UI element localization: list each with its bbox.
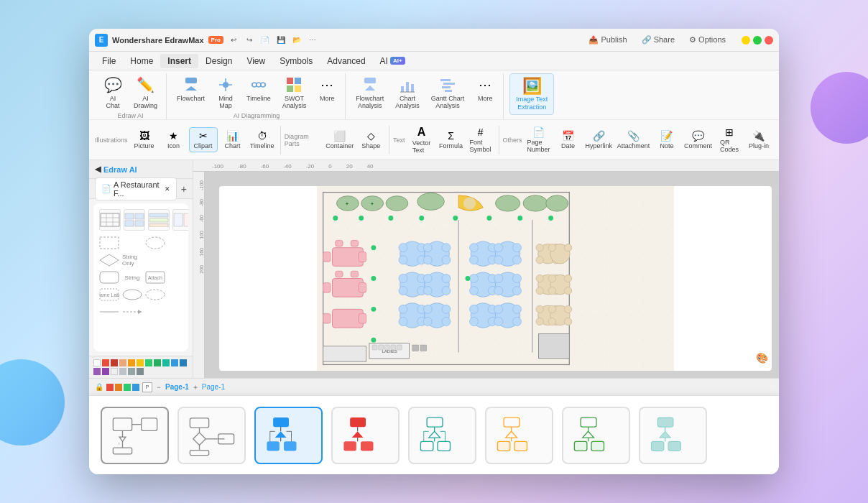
flowchart-tool[interactable]: Flowchart (172, 73, 209, 105)
minimize-button[interactable] (742, 36, 750, 45)
color-gray1[interactable] (119, 368, 126, 375)
close-button[interactable] (765, 36, 773, 45)
shape-tool[interactable]: ◇ Shape (356, 128, 385, 152)
list-shape[interactable] (148, 209, 170, 231)
diamond-shape[interactable] (99, 254, 119, 267)
color-blue1[interactable] (171, 359, 178, 366)
chart-tool[interactable]: 📊 Chart (218, 128, 247, 152)
comment-tool[interactable]: 💬 Comment (682, 128, 714, 152)
ai-drawing-tool[interactable]: ✏️ AIDrawing (129, 73, 162, 112)
menu-design[interactable]: Design (198, 54, 239, 68)
timeline-tool[interactable]: Timeline (242, 73, 275, 105)
rect-shape1[interactable] (99, 236, 119, 249)
menu-advanced[interactable]: Advanced (320, 54, 372, 68)
more-diagramming-tool[interactable]: ⋯ More (313, 73, 341, 105)
flow-template-yellow[interactable] (485, 407, 553, 464)
open-button[interactable]: 📂 (291, 34, 303, 46)
menu-insert[interactable]: Insert (160, 54, 198, 68)
color-orange2[interactable] (128, 359, 135, 366)
swatch3[interactable] (124, 384, 131, 391)
font-symbol-tool[interactable]: # FontSymbol (466, 124, 495, 155)
close-tab-icon[interactable]: ✕ (165, 185, 170, 193)
color-teal[interactable] (162, 359, 170, 366)
canvas-content[interactable]: ✦ ✦ (205, 172, 779, 378)
publish-button[interactable]: 📤 Publish (584, 34, 631, 46)
color-green2[interactable] (154, 359, 161, 366)
menu-symbols[interactable]: Symbols (272, 54, 320, 68)
formula-tool[interactable]: Σ Formula (437, 128, 466, 152)
timeline-tool2[interactable]: ⏱ Timeline (248, 128, 277, 152)
card-shape[interactable] (172, 209, 188, 231)
attachment-tool[interactable]: 📎 Attachment (615, 128, 652, 152)
color-red1[interactable] (102, 359, 109, 366)
swatch4[interactable] (132, 384, 139, 391)
mind-map-tool[interactable]: MindMap (212, 73, 239, 112)
undo-button[interactable]: ↩ (228, 34, 239, 46)
table-shape[interactable] (99, 209, 121, 231)
new-file-button[interactable]: 📄 (259, 34, 271, 46)
swatch2[interactable] (115, 384, 122, 391)
redo-button[interactable]: ↪ (244, 34, 255, 46)
color-blue2[interactable] (180, 359, 187, 366)
page-thumb[interactable]: P (142, 382, 152, 392)
menu-view[interactable]: View (239, 54, 272, 68)
flow-template-basic[interactable]: ▽ (101, 407, 169, 464)
menu-file[interactable]: File (95, 54, 123, 68)
color-gray2[interactable] (128, 368, 135, 375)
flow-template-teal[interactable] (408, 407, 476, 464)
clipart-tool[interactable]: ✂ Clipart (189, 127, 218, 152)
arrow-shape[interactable] (122, 305, 142, 318)
collapse-icon[interactable]: ◀ (95, 165, 101, 174)
more-toolbar-button[interactable]: ⋯ (307, 34, 318, 46)
page-label1[interactable]: Page-1 (165, 383, 189, 391)
note-tool[interactable]: 📝 Note (652, 128, 681, 152)
options-button[interactable]: ⚙ Options (685, 34, 730, 46)
flowchart-analysis-tool[interactable]: FlowchartAnalysis (351, 73, 388, 112)
menu-home[interactable]: Home (123, 54, 160, 68)
plug-in-tool[interactable]: 🔌 Plug-in (744, 128, 773, 152)
page-label2[interactable]: Page-1 (202, 383, 225, 391)
add-tab-button[interactable]: + (181, 183, 187, 195)
chart-analysis-tool[interactable]: ChartAnalysis (391, 73, 424, 112)
more-analysis-tool[interactable]: ⋯ More (471, 73, 499, 105)
picture-tool[interactable]: 🖼 Picture (130, 128, 159, 152)
gantt-analysis-tool[interactable]: Gantt ChartAnalysis (427, 73, 469, 112)
plus-page[interactable]: ＋ (192, 382, 199, 392)
circle-shape1[interactable] (145, 236, 165, 249)
arrow-line[interactable] (99, 305, 119, 318)
container-tool[interactable]: ⬜ Container (323, 128, 356, 152)
color-gray3[interactable] (137, 368, 144, 375)
canvas-tab-item[interactable]: 📄 A Restaurant F... ✕ (95, 177, 177, 200)
color-none[interactable] (93, 359, 101, 366)
rect-shape2[interactable]: Attach (145, 271, 165, 284)
icon-tool[interactable]: ★ Icon (160, 128, 188, 152)
color-green1[interactable] (145, 359, 152, 366)
color-white[interactable] (111, 368, 118, 375)
qr-codes-tool[interactable]: ⊞ QRCodes (715, 124, 744, 155)
color-yellow[interactable] (137, 359, 144, 366)
vector-text-tool[interactable]: A VectorText (407, 124, 436, 156)
save-button[interactable]: 💾 (275, 34, 287, 46)
image-text-extraction-tool[interactable]: 🖼️ Image TextExtraction (509, 73, 554, 115)
hyperlink-tool[interactable]: 🔗 Hyperlink (583, 128, 615, 152)
note-shape[interactable]: Frame Label (99, 288, 119, 301)
date-tool[interactable]: 📅 Date (554, 128, 583, 152)
color-purple2[interactable] (102, 368, 109, 375)
maximize-button[interactable] (753, 36, 762, 45)
matrix-shape[interactable] (124, 209, 145, 231)
flow-template-red[interactable] (331, 407, 400, 464)
rounded-rect[interactable] (99, 271, 119, 284)
flow-template-light-teal[interactable] (639, 407, 707, 464)
menu-ai[interactable]: AI AI+ (373, 54, 412, 68)
ai-chat-tool[interactable]: 💬 AIChat (99, 73, 126, 112)
minus-page[interactable]: － (155, 382, 162, 392)
flow-template-green[interactable] (562, 407, 630, 464)
swot-tool[interactable]: SWOTAnalysis (278, 73, 311, 112)
color-orange1[interactable] (119, 359, 126, 366)
page-number-tool[interactable]: 📄 PageNumber (525, 124, 553, 155)
color-purple1[interactable] (93, 368, 101, 375)
flow-template-blue[interactable] (254, 407, 323, 464)
share-button[interactable]: 🔗 Share (637, 34, 679, 46)
ellipse-shape2[interactable] (145, 288, 165, 301)
edraw-ai-tab[interactable]: Edraw AI (103, 165, 137, 174)
